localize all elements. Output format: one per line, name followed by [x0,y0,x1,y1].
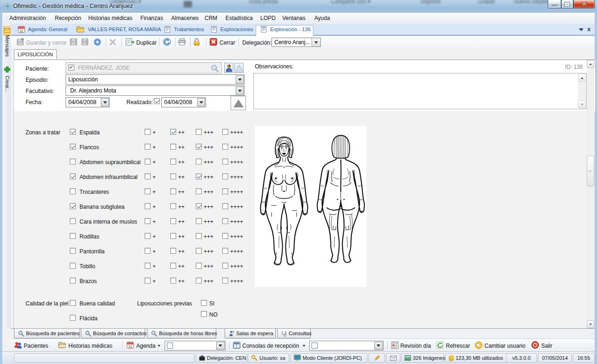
svg-text:31: 31 [128,345,132,348]
svg-text:31: 31 [20,29,23,33]
